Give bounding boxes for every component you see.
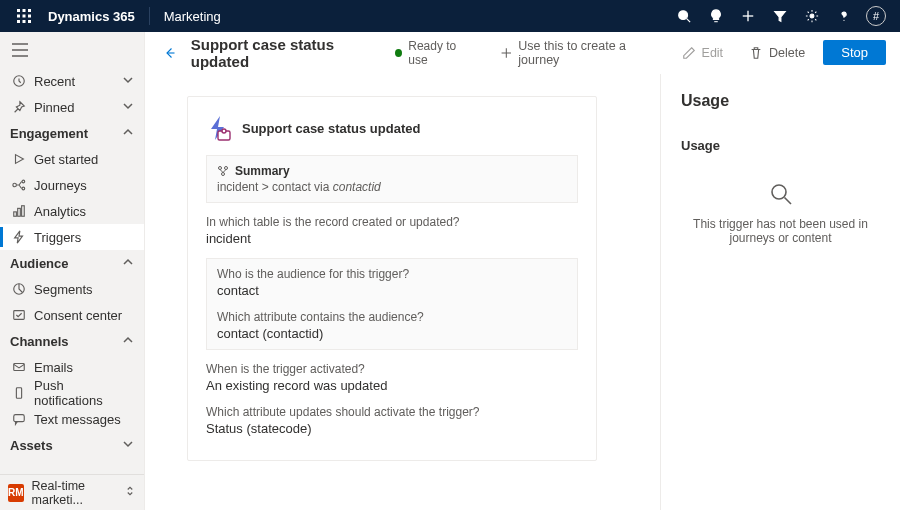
usage-subheading: Usage — [681, 138, 880, 153]
sidebar-area-switcher[interactable]: RM Real-time marketi... — [0, 474, 144, 510]
button-label: Delete — [769, 46, 805, 60]
filter-icon[interactable] — [764, 0, 796, 32]
sidebar-label: Engagement — [10, 126, 88, 141]
trigger-icon — [12, 230, 26, 244]
push-icon — [12, 386, 26, 400]
svg-rect-27 — [14, 311, 25, 320]
area-switcher-label: Real-time marketi... — [32, 479, 116, 507]
sidebar-item-pinned[interactable]: Pinned — [0, 94, 144, 120]
sidebar-item-consent[interactable]: Consent center — [0, 302, 144, 328]
sidebar-label: Segments — [34, 282, 93, 297]
svg-rect-28 — [14, 364, 25, 371]
sidebar-label: Emails — [34, 360, 73, 375]
sidebar-label: Journeys — [34, 178, 87, 193]
trigger-event-icon — [206, 115, 232, 141]
card-title: Support case status updated — [242, 121, 420, 136]
hamburger-icon[interactable] — [0, 32, 144, 68]
usage-empty-text: This trigger has not been used in journe… — [681, 217, 880, 245]
consent-icon — [12, 308, 26, 322]
back-button[interactable] — [159, 41, 181, 65]
sidebar-label: Pinned — [34, 100, 74, 115]
svg-point-14 — [810, 14, 814, 18]
command-bar: Support case status updated Ready to use… — [145, 32, 900, 74]
chart-icon — [12, 204, 26, 218]
svg-rect-24 — [18, 208, 21, 216]
svg-line-41 — [784, 198, 791, 205]
sidebar-section-engagement[interactable]: Engagement — [0, 120, 144, 146]
sidebar-item-analytics[interactable]: Analytics — [0, 198, 144, 224]
summary-label: Summary — [235, 164, 290, 178]
global-topbar: Dynamics 365 Marketing # — [0, 0, 900, 32]
question-attribute: Which attribute contains the audience? — [217, 310, 567, 324]
stop-button[interactable]: Stop — [823, 40, 886, 65]
answer-attribute: contact (contactid) — [217, 326, 567, 341]
app-launcher-icon[interactable] — [8, 9, 40, 23]
svg-rect-2 — [28, 9, 31, 12]
svg-rect-1 — [23, 9, 26, 12]
main: Support case status updated Ready to use… — [145, 32, 900, 510]
sidebar-item-journeys[interactable]: Journeys — [0, 172, 144, 198]
audience-box: Who is the audience for this trigger? co… — [206, 258, 578, 350]
answer-which: Status (statecode) — [206, 421, 578, 436]
svg-rect-7 — [23, 20, 26, 23]
svg-point-38 — [225, 167, 228, 170]
sidebar-section-channels[interactable]: Channels — [0, 328, 144, 354]
svg-rect-29 — [16, 388, 21, 399]
usage-pane: Usage Usage This trigger has not been us… — [660, 74, 900, 510]
svg-point-9 — [679, 11, 688, 20]
svg-rect-4 — [23, 15, 26, 18]
sidebar-item-segments[interactable]: Segments — [0, 276, 144, 302]
message-icon — [12, 412, 26, 426]
svg-rect-23 — [14, 212, 17, 216]
status-dot-icon — [395, 49, 402, 57]
avatar-icon[interactable]: # — [866, 6, 886, 26]
area-badge: RM — [8, 484, 24, 502]
segments-icon — [12, 282, 26, 296]
svg-rect-0 — [17, 9, 20, 12]
chevron-down-icon — [122, 100, 134, 115]
answer-audience: contact — [217, 283, 567, 298]
sidebar: Recent Pinned Engagement Get started Jou… — [0, 32, 145, 510]
sidebar-section-assets[interactable]: Assets — [0, 432, 144, 458]
summary-text: incident > contact via contactid — [217, 180, 567, 194]
trigger-card: Support case status updated Summary inci… — [187, 96, 597, 461]
svg-point-15 — [843, 20, 844, 21]
button-label: Use this to create a journey — [518, 39, 655, 67]
chevron-up-icon — [122, 334, 134, 349]
chevron-up-icon — [122, 256, 134, 271]
sidebar-item-push[interactable]: Push notifications — [0, 380, 144, 406]
svg-point-40 — [772, 185, 786, 199]
svg-point-21 — [22, 180, 25, 183]
svg-rect-5 — [28, 15, 31, 18]
sidebar-item-triggers[interactable]: Triggers — [0, 224, 144, 250]
plus-icon[interactable] — [732, 0, 764, 32]
search-icon[interactable] — [668, 0, 700, 32]
help-icon[interactable] — [828, 0, 860, 32]
usage-heading: Usage — [681, 92, 880, 110]
sidebar-label: Channels — [10, 334, 69, 349]
delete-button[interactable]: Delete — [741, 42, 813, 64]
chevron-down-icon — [122, 438, 134, 453]
detail-pane: Support case status updated Summary inci… — [145, 74, 660, 510]
question-table: In which table is the record created or … — [206, 215, 578, 229]
sidebar-item-texts[interactable]: Text messages — [0, 406, 144, 432]
sidebar-section-audience[interactable]: Audience — [0, 250, 144, 276]
lightbulb-icon[interactable] — [700, 0, 732, 32]
brand-label: Dynamics 365 — [40, 9, 143, 24]
button-label: Stop — [841, 45, 868, 60]
svg-rect-8 — [28, 20, 31, 23]
svg-point-22 — [22, 187, 25, 190]
gear-icon[interactable] — [796, 0, 828, 32]
svg-point-36 — [222, 129, 226, 133]
chevron-up-icon — [122, 126, 134, 141]
summary-box: Summary incident > contact via contactid — [206, 155, 578, 203]
edit-button[interactable]: Edit — [674, 42, 732, 64]
email-icon — [12, 360, 26, 374]
question-when: When is the trigger activated? — [206, 362, 578, 376]
create-journey-button[interactable]: Use this to create a journey — [492, 35, 664, 71]
sidebar-item-recent[interactable]: Recent — [0, 68, 144, 94]
svg-rect-31 — [14, 415, 25, 422]
sidebar-item-emails[interactable]: Emails — [0, 354, 144, 380]
page-title: Support case status updated — [191, 36, 377, 70]
sidebar-item-get-started[interactable]: Get started — [0, 146, 144, 172]
